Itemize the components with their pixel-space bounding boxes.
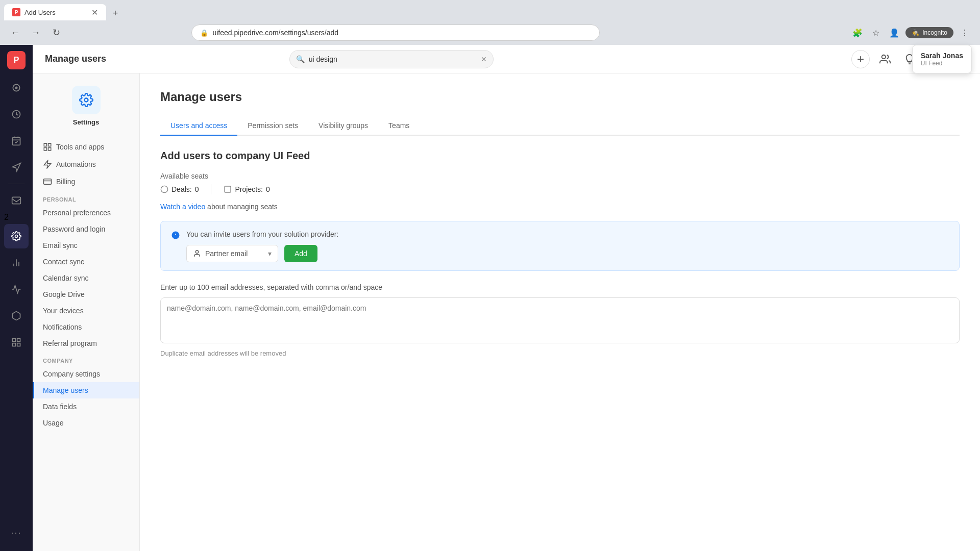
tab-permission-sets[interactable]: Permission sets (237, 116, 308, 136)
sidebar-item-products[interactable] (4, 304, 29, 328)
sidebar-item-activities[interactable] (4, 129, 29, 153)
add-button[interactable]: + (851, 50, 870, 68)
settings-sidebar: Settings Tools and apps Automations Bill… (33, 73, 140, 551)
sidebar-item-contact-sync[interactable]: Contact sync (33, 254, 139, 270)
settings-icon-circle (72, 86, 101, 114)
inbox-badge: 2 (4, 213, 9, 221)
svg-point-31 (195, 251, 198, 253)
sidebar-item-deals[interactable] (4, 102, 29, 127)
seats-row: Deals: 0 Projects: 0 (160, 184, 960, 194)
bookmark-button[interactable]: ☆ (869, 26, 883, 40)
company-section-label: COMPANY (33, 352, 139, 366)
svg-rect-24 (44, 179, 52, 185)
info-text: You can invite users from your solution … (186, 230, 338, 238)
svg-rect-13 (17, 339, 20, 342)
search-clear-icon[interactable]: ✕ (481, 55, 487, 63)
sidebar-item-password-login[interactable]: Password and login (33, 221, 139, 237)
available-seats-label: Available seats (160, 172, 960, 180)
sidebar-item-settings[interactable] (4, 224, 29, 248)
settings-icon-area: Settings (33, 86, 139, 126)
sidebar-item-more[interactable]: ··· (4, 520, 29, 545)
search-bar[interactable]: 🔍 ✕ (289, 50, 494, 68)
svg-rect-15 (17, 343, 20, 346)
sidebar-item-referral-program[interactable]: Referral program (33, 335, 139, 352)
incognito-indicator: 🕵 Incognito (905, 27, 953, 38)
sidebar-item-data-fields[interactable]: Data fields (33, 398, 139, 415)
sidebar-item-email-sync[interactable]: Email sync (33, 237, 139, 254)
url-text: uifeed.pipedrive.com/settings/users/add (212, 29, 338, 37)
watch-video-text: Watch a video about managing seats (160, 203, 960, 211)
tab-close-btn[interactable]: ✕ (91, 8, 98, 17)
svg-rect-3 (13, 137, 20, 145)
settings-sidebar-label: Settings (73, 118, 99, 126)
svg-rect-12 (13, 339, 16, 342)
tab-visibility-groups[interactable]: Visibility groups (308, 116, 378, 136)
svg-rect-23 (48, 148, 51, 151)
billing-label: Billing (56, 178, 75, 186)
svg-rect-27 (225, 186, 231, 192)
sidebar-item-your-devices[interactable]: Your devices (33, 303, 139, 319)
nav-refresh-button[interactable]: ↻ (49, 26, 63, 40)
sidebar-item-reports[interactable] (4, 251, 29, 275)
email-input[interactable] (160, 297, 960, 343)
users-icon-button[interactable] (876, 50, 894, 68)
search-input[interactable] (309, 55, 477, 63)
info-icon (171, 231, 180, 242)
app-logo[interactable]: P (7, 51, 26, 69)
page-title: Manage users (160, 90, 960, 104)
svg-point-19 (84, 98, 88, 102)
deals-seats: Deals: 0 (160, 185, 199, 193)
partner-email-select[interactable]: Partner email ▾ (186, 245, 278, 262)
svg-rect-22 (44, 148, 46, 151)
watch-video-link[interactable]: Watch a video (160, 203, 205, 211)
nav-back-button[interactable]: ← (8, 26, 22, 40)
tab-title: Add Users (24, 9, 56, 16)
extensions-button[interactable]: 🧩 (850, 26, 865, 40)
sidebar-item-automations[interactable]: Automations (33, 156, 139, 173)
address-bar[interactable]: 🔒 uifeed.pipedrive.com/settings/users/ad… (191, 24, 600, 41)
profile-button[interactable]: 👤 (887, 26, 901, 40)
svg-rect-14 (13, 343, 16, 346)
svg-point-1 (15, 87, 18, 89)
sidebar-item-calendar-sync[interactable]: Calendar sync (33, 270, 139, 286)
sidebar-item-personal-preferences[interactable]: Personal preferences (33, 205, 139, 221)
partner-email-chevron: ▾ (268, 249, 272, 258)
automations-label: Automations (56, 160, 96, 168)
sidebar-item-insights[interactable] (4, 277, 29, 302)
deals-seats-value: 0 (195, 185, 199, 193)
available-seats-section: Available seats Deals: 0 Projects: (160, 172, 960, 194)
add-partner-button[interactable]: Add (284, 245, 317, 262)
nav-forward-button[interactable]: → (29, 26, 43, 40)
tab-teams[interactable]: Teams (378, 116, 420, 136)
tab-users-access[interactable]: Users and access (160, 116, 237, 136)
sidebar-item-company-settings[interactable]: Company settings (33, 366, 139, 382)
new-tab-button[interactable]: + (108, 6, 122, 20)
svg-rect-21 (48, 143, 51, 146)
main-content: Manage users Users and access Permission… (140, 73, 980, 551)
browser-more-button[interactable]: ⋮ (958, 26, 972, 40)
browser-tab[interactable]: P Add Users ✕ (4, 4, 106, 20)
sidebar-item-google-drive[interactable]: Google Drive (33, 286, 139, 303)
section-title: Add users to company UI Feed (160, 150, 960, 162)
sidebar-item-manage-users[interactable]: Manage users (33, 382, 139, 398)
user-tooltip: Sarah Jonas UI Feed (912, 45, 972, 73)
sidebar-item-notifications[interactable]: Notifications (33, 319, 139, 335)
partner-email-label: Partner email (205, 249, 248, 258)
sidebar-item-tools-apps[interactable]: Tools and apps (33, 138, 139, 156)
info-box: You can invite users from your solution … (160, 221, 960, 271)
svg-rect-20 (44, 143, 46, 146)
sidebar-item-usage[interactable]: Usage (33, 415, 139, 431)
user-tooltip-role: UI Feed (921, 60, 963, 67)
tabs-container: Users and access Permission sets Visibil… (160, 116, 960, 136)
sidebar-item-home[interactable] (4, 76, 29, 100)
personal-section-label: PERSONAL (33, 190, 139, 205)
projects-seats-value: 0 (266, 185, 270, 193)
sidebar-item-inbox[interactable] (4, 188, 29, 213)
sidebar-item-billing[interactable]: Billing (33, 173, 139, 190)
sidebar-item-leads[interactable] (4, 155, 29, 180)
sidebar-item-marketplace[interactable] (4, 330, 29, 355)
svg-rect-7 (12, 197, 21, 204)
partner-email-row: Partner email ▾ Add (186, 245, 338, 262)
svg-point-16 (882, 55, 886, 58)
svg-point-8 (15, 235, 18, 238)
